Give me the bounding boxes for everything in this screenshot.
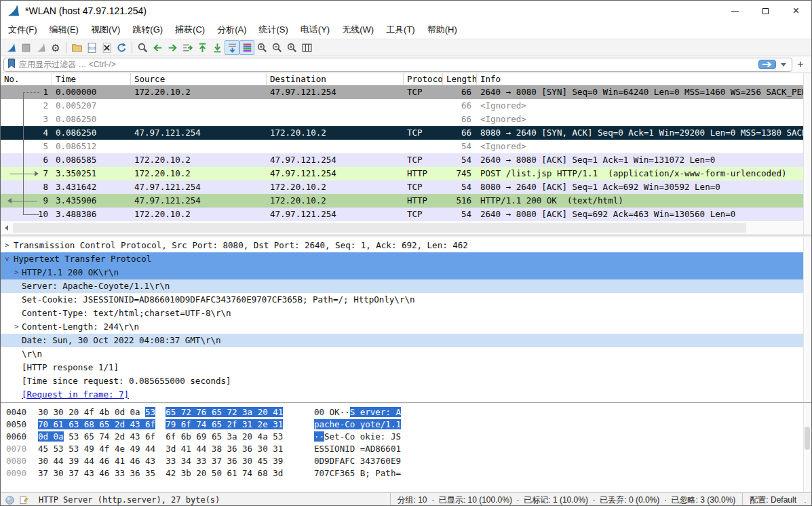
menu-item-10[interactable]: 工具(T) [380, 22, 421, 37]
capture-comment-icon[interactable] [19, 495, 29, 505]
hex-row-0060[interactable]: 00600d 0a 53 65 74 2d 43 6f 6f 6b 69 65 … [1, 431, 811, 443]
column-header-source[interactable]: Source [131, 73, 267, 85]
wireshark-window: *WLAN (host 47.97.121.254) × 文件(F)编辑(E)视… [0, 0, 812, 506]
toolbar-separator [63, 40, 69, 55]
packet-list-vscrollbar[interactable] [803, 73, 811, 235]
hex-row-0050[interactable]: 005070 61 63 68 65 2d 43 6f 79 6f 74 65 … [1, 419, 811, 431]
capture-options-button[interactable]: ⚙ [48, 40, 63, 55]
packet-list-hscrollbar[interactable] [1, 221, 811, 235]
find-packet-button[interactable] [135, 40, 150, 55]
hex-row-0070[interactable]: 007045 53 53 49 4f 4e 49 44 3d 41 44 38 … [1, 443, 811, 455]
display-filter-input[interactable] [3, 58, 792, 72]
go-forward-button[interactable] [165, 40, 180, 55]
filter-text-field[interactable] [19, 60, 758, 69]
detail-row-1[interactable]: >Transmission Control Protocol, Src Port… [1, 239, 811, 252]
packet-row-5[interactable]: 50.08651254<Ignored> [1, 140, 811, 153]
minimize-button[interactable] [720, 1, 750, 21]
hex-bytes: 37 30 37 43 46 33 36 35 42 3b 20 50 61 7… [38, 467, 283, 480]
detail-row-11[interactable]: [Time since request: 0.085655000 seconds… [1, 374, 811, 388]
column-header-destination[interactable]: Destination [267, 73, 404, 85]
go-to-packet-button[interactable] [180, 40, 195, 55]
menu-item-2[interactable]: 编辑(E) [43, 22, 85, 37]
capture-stop-button[interactable] [18, 40, 33, 55]
hex-offset: 0060 [6, 431, 26, 443]
column-header-time[interactable]: Time [52, 73, 131, 85]
close-button[interactable]: × [781, 1, 811, 21]
packet-row-2[interactable]: 20.00520766<Ignored> [1, 99, 811, 113]
zoom-reset-button[interactable] [284, 40, 299, 55]
expand-icon[interactable]: > [5, 239, 9, 252]
packet-row-7[interactable]: 73.350251172.20.10.247.97.121.254HTTP745… [1, 167, 811, 180]
zoom-in-button[interactable] [254, 40, 269, 55]
hex-row-0080[interactable]: 008030 44 39 44 46 41 46 43 33 34 33 37 … [1, 455, 811, 467]
column-header-info[interactable]: Info [477, 73, 811, 85]
menu-item-5[interactable]: 捕获(C) [169, 22, 211, 37]
expand-icon[interactable]: > [14, 266, 19, 279]
hex-bytes: 30 30 20 4f 4b 0d 0a 53 65 72 76 65 72 3… [38, 406, 283, 419]
detail-row-9[interactable]: \r\n [1, 347, 811, 361]
menu-item-6[interactable]: 分析(A) [211, 22, 252, 37]
expert-info-icon[interactable] [5, 495, 15, 505]
detail-row-3[interactable]: >HTTP/1.1 200 OK\r\n [1, 266, 811, 279]
hex-row-0040[interactable]: 004030 30 20 4f 4b 0d 0a 53 65 72 76 65 … [1, 406, 811, 419]
resize-columns-button[interactable] [299, 40, 314, 55]
column-header-no[interactable]: No. [1, 73, 52, 85]
resize-grip[interactable] [800, 495, 807, 505]
colorize-button[interactable] [239, 40, 254, 55]
menu-item-9[interactable]: 无线(W) [336, 22, 380, 37]
detail-row-6[interactable]: Content-Type: text/html;charset=UTF-8\r\… [1, 307, 811, 320]
packet-row-1[interactable]: 10.000000172.20.10.247.97.121.254TCP6626… [1, 85, 811, 99]
packet-row-8[interactable]: 83.43164247.97.121.254172.20.10.2TCP5480… [1, 180, 811, 194]
packet-row-9[interactable]: 93.43590647.97.121.254172.20.10.2HTTP516… [1, 194, 811, 208]
column-header-protocol[interactable]: Protocol [404, 73, 443, 85]
menu-item-8[interactable]: 电话(Y) [294, 22, 336, 37]
detail-row-2[interactable]: >Hypertext Transfer Protocol [1, 252, 811, 266]
packet-list-header[interactable]: No.TimeSourceDestinationProtocolLengthIn… [1, 73, 811, 85]
collapse-icon[interactable]: > [1, 257, 14, 262]
menu-item-3[interactable]: 视图(V) [85, 22, 126, 37]
menu-item-11[interactable]: 帮助(H) [421, 22, 463, 37]
detail-row-10[interactable]: [HTTP response 1/1] [1, 361, 811, 374]
go-first-button[interactable] [195, 40, 210, 55]
reload-button[interactable] [114, 40, 129, 55]
menu-item-4[interactable]: 跳转(G) [126, 22, 169, 37]
filter-add-button[interactable]: + [792, 58, 809, 71]
detail-row-12[interactable]: [Request in frame: 7] [1, 388, 811, 402]
scroll-left-icon[interactable] [1, 221, 12, 235]
detail-row-8[interactable]: Date: Sun, 30 Oct 2022 04:08:37 GMT\r\n [1, 334, 811, 347]
detail-row-5[interactable]: Set-Cookie: JSESSIONID=AD866010D9DFAFC34… [1, 293, 811, 307]
detail-row-7[interactable]: >Content-Length: 244\r\n [1, 320, 811, 334]
hscroll-thumb[interactable] [13, 223, 746, 233]
menu-item-1[interactable]: 文件(F) [2, 22, 43, 37]
file-close-button[interactable] [99, 40, 114, 55]
bookmark-icon[interactable] [7, 58, 16, 71]
go-back-button[interactable] [150, 40, 165, 55]
profile-selector[interactable]: 配置: Default [742, 493, 799, 506]
packet-row-4[interactable]: 40.08625047.97.121.254172.20.10.2TCP6680… [1, 126, 811, 140]
maximize-button[interactable] [750, 1, 781, 21]
capture-start-button[interactable] [3, 40, 18, 55]
packet-row-10[interactable]: 103.488386172.20.10.247.97.121.254TCP542… [1, 208, 811, 221]
column-header-length[interactable]: Length [443, 73, 477, 85]
hex-row-0090[interactable]: 009037 30 37 43 46 33 36 35 42 3b 20 50 … [1, 467, 811, 480]
packet-bytes-pane: 004030 30 20 4f 4b 0d 0a 53 65 72 76 65 … [1, 404, 811, 492]
file-open-button[interactable] [69, 40, 84, 55]
detail-text: Set-Cookie: JSESSIONID=AD866010D9DFAFC34… [22, 293, 414, 307]
apply-filter-button[interactable] [758, 59, 776, 70]
capture-restart-button[interactable] [33, 40, 48, 55]
file-save-button[interactable]: 010 [84, 40, 99, 55]
packet-row-6[interactable]: 60.086585172.20.10.247.97.121.254TCP5426… [1, 153, 811, 167]
auto-scroll-button[interactable] [225, 40, 239, 55]
filter-dropdown-icon[interactable] [781, 63, 786, 66]
zoom-out-button[interactable] [269, 40, 284, 55]
expand-icon[interactable]: > [14, 320, 19, 334]
go-last-button[interactable] [210, 40, 225, 55]
packet-row-3[interactable]: 30.08625066<Ignored> [1, 113, 811, 126]
detail-text: HTTP/1.1 200 OK\r\n [22, 266, 119, 279]
detail-row-4[interactable]: Server: Apache-Coyote/1.1\r\n [1, 279, 811, 293]
hex-bytes: 0d 0a 53 65 74 2d 43 6f 6f 6b 69 65 3a 2… [38, 431, 283, 443]
menu-item-7[interactable]: 统计(S) [252, 22, 294, 37]
detail-vscrollbar[interactable] [803, 237, 811, 402]
detail-text: [HTTP response 1/1] [22, 361, 119, 374]
hex-vscrollbar[interactable] [803, 404, 811, 492]
